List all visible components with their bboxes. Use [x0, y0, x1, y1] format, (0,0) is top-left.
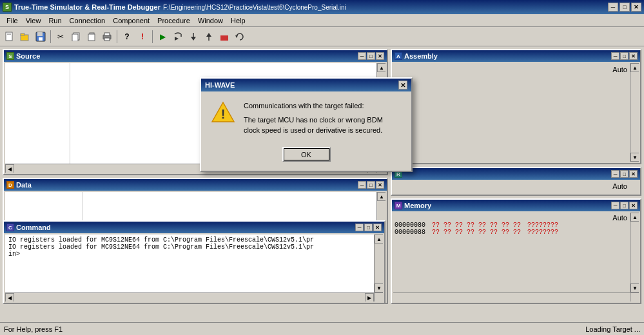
register-close-btn[interactable]: ✕ — [629, 170, 638, 178]
menu-connection[interactable]: Connection — [66, 15, 110, 26]
run-button[interactable]: ▶ — [155, 30, 170, 44]
command-panel-icon: C — [6, 224, 14, 231]
memory-title-bar: M Memory ─ □ ✕ — [392, 200, 640, 211]
copy-button[interactable] — [69, 30, 83, 44]
data-minimize-btn[interactable]: ─ — [358, 181, 366, 189]
step-over-button[interactable] — [171, 30, 185, 44]
svg-rect-8 — [72, 34, 78, 41]
register-minimize-btn[interactable]: ─ — [611, 170, 620, 178]
data-close-btn[interactable]: ✕ — [376, 181, 384, 189]
svg-rect-0 — [6, 32, 12, 41]
scroll-left-btn[interactable]: ◀ — [5, 164, 14, 173]
help-button[interactable]: ? — [120, 30, 134, 44]
dialog-line2: The target MCU has no clock or wrong BDM — [244, 115, 383, 125]
dialog-footer: OK — [201, 142, 411, 171]
svg-rect-6 — [39, 37, 43, 41]
command-scroll-track-v — [375, 244, 383, 283]
command-scroll-left[interactable]: ◀ — [5, 293, 14, 302]
command-scroll-up[interactable]: ▲ — [375, 235, 383, 244]
memory-row-2: 00000088 ?? ?? ?? ?? ?? ?? ?? ?? ???????… — [395, 229, 639, 236]
assembly-scrollbar-v[interactable]: ▲ ▼ — [630, 63, 639, 162]
source-maximize-btn[interactable]: □ — [367, 52, 375, 60]
source-minimize-btn[interactable]: ─ — [358, 52, 366, 60]
assembly-panel-icon: A — [395, 52, 402, 60]
command-title-label: Command — [16, 224, 51, 231]
data-maximize-btn[interactable]: □ — [367, 181, 375, 189]
register-auto-label: Auto — [612, 182, 627, 190]
dialog-line3: clock speed is used or derivative is sec… — [244, 125, 383, 135]
step-out-button[interactable] — [202, 30, 216, 44]
menu-view[interactable]: View — [22, 15, 45, 26]
command-minimize-btn[interactable]: ─ — [355, 224, 364, 231]
command-scroll-down[interactable]: ▼ — [375, 283, 383, 292]
svg-rect-10 — [88, 34, 95, 41]
command-panel: C Command ─ □ ✕ IO registers loaded for … — [3, 220, 385, 304]
command-prompt: in> — [8, 251, 20, 258]
toolbar-sep-3 — [152, 30, 153, 43]
command-output: IO registers loaded for MC9S12NE64 from … — [5, 235, 374, 260]
command-maximize-btn[interactable]: □ — [364, 224, 373, 231]
svg-marker-17 — [191, 37, 196, 41]
menu-help[interactable]: Help — [227, 15, 249, 26]
memory-maximize-btn[interactable]: □ — [620, 202, 629, 209]
paste-button[interactable] — [84, 30, 99, 44]
minimize-button[interactable]: ─ — [608, 3, 618, 12]
info-button[interactable]: ! — [135, 30, 150, 44]
close-button[interactable]: ✕ — [631, 3, 641, 12]
command-scroll-right[interactable]: ▶ — [365, 293, 374, 302]
print-button[interactable] — [100, 30, 114, 44]
source-title-bar: S Source ─ □ ✕ — [4, 50, 387, 62]
data-scroll-up[interactable]: ▲ — [377, 192, 385, 201]
open-button[interactable] — [18, 30, 32, 44]
menu-file[interactable]: File — [3, 15, 22, 26]
hiwave-dialog: HI-WAVE ✕ ! Communications with the targ… — [200, 77, 413, 172]
maximize-button[interactable]: □ — [620, 3, 630, 12]
assembly-close-btn[interactable]: ✕ — [629, 52, 638, 60]
command-line-2: IO registers loaded for MC9S12NE64 from … — [8, 244, 371, 251]
assembly-minimize-btn[interactable]: ─ — [611, 52, 620, 60]
svg-rect-3 — [21, 34, 24, 35]
assembly-maximize-btn[interactable]: □ — [620, 52, 629, 60]
memory-minimize-btn[interactable]: ─ — [611, 202, 620, 209]
dialog-title-bar: HI-WAVE ✕ — [201, 79, 411, 91]
memory-scrollbar-h[interactable] — [393, 292, 630, 302]
restart-button[interactable] — [233, 30, 247, 44]
menu-run[interactable]: Run — [44, 15, 65, 26]
command-scrollbar-h[interactable]: ◀ ▶ — [5, 292, 374, 302]
cut-button[interactable]: ✂ — [54, 30, 68, 44]
step-in-button[interactable] — [186, 30, 200, 44]
file-path: F:\Engineering\HCS12\PracticeVista\test6… — [163, 4, 346, 11]
svg-marker-21 — [235, 35, 238, 38]
memory-scroll-corner — [630, 292, 639, 302]
menu-component[interactable]: Component — [109, 15, 153, 26]
memory-auto-label: Auto — [393, 213, 639, 222]
toolbar-sep-2 — [117, 30, 117, 43]
source-close-btn[interactable]: ✕ — [376, 52, 384, 60]
reset-button[interactable] — [217, 30, 231, 44]
help-text: For Help, press F1 — [4, 325, 63, 333]
data-title-label: Data — [16, 181, 32, 189]
save-button[interactable] — [34, 30, 48, 44]
menu-procedure[interactable]: Procedure — [153, 15, 194, 26]
right-area: A Assembly ─ □ ✕ Auto ▲ ▼ — [391, 49, 641, 304]
command-scroll-track-h — [14, 293, 365, 302]
command-scrollbar-v[interactable]: ▲ ▼ — [374, 235, 383, 292]
scroll-up-btn[interactable]: ▲ — [377, 63, 385, 72]
memory-close-btn[interactable]: ✕ — [629, 202, 638, 209]
menu-window[interactable]: Window — [194, 15, 227, 26]
register-maximize-btn[interactable]: □ — [620, 170, 629, 178]
command-close-btn[interactable]: ✕ — [373, 224, 382, 231]
dialog-close-btn[interactable]: ✕ — [398, 81, 407, 90]
memory-addr-2: 00000088 — [395, 229, 425, 236]
loading-status: Loading Target ... — [585, 325, 640, 333]
command-text-area: IO registers loaded for MC9S12NE64 from … — [5, 235, 374, 292]
dialog-ok-button[interactable]: OK — [282, 147, 331, 162]
svg-text:!: ! — [221, 107, 226, 121]
new-button[interactable] — [3, 30, 17, 44]
source-title-label: Source — [16, 52, 40, 60]
memory-content: 00000080 ?? ?? ?? ?? ?? ?? ?? ?? ???????… — [393, 222, 639, 236]
memory-scrollbar-v[interactable]: ▲ ▼ — [630, 213, 639, 292]
assembly-auto-label: Auto — [612, 66, 627, 73]
svg-rect-13 — [104, 38, 110, 41]
command-prompt-line: in> — [8, 251, 371, 258]
